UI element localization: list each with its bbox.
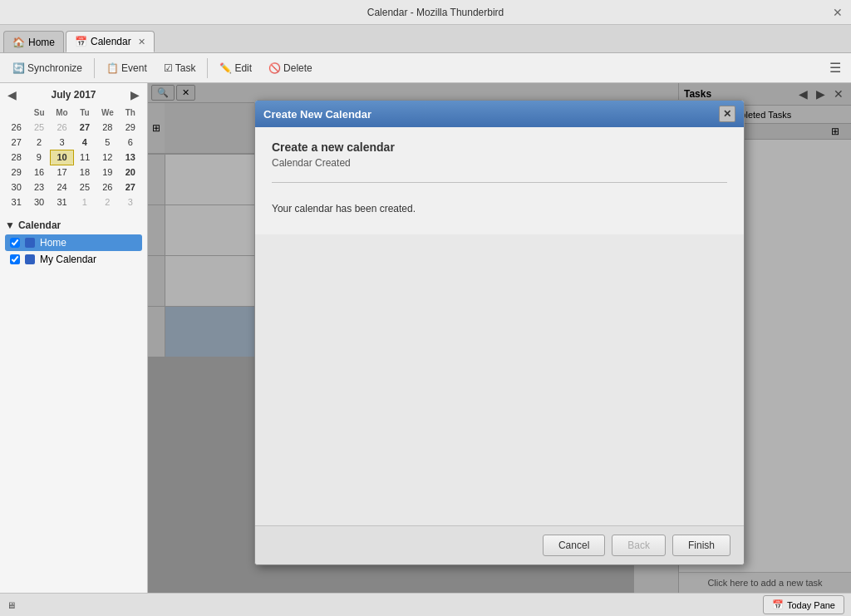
cancel-button[interactable]: Cancel [543,535,605,556]
week-header [5,105,27,120]
cal-day[interactable]: 11 [73,150,96,165]
toolbar-sep-1 [94,58,95,78]
finish-button[interactable]: Finish [672,535,730,556]
cal-day[interactable]: 23 [27,180,50,195]
cal-day[interactable]: 31 [51,195,73,209]
week-num: 26 [5,120,27,135]
week-num: 31 [5,195,27,209]
cal-day[interactable]: 24 [51,180,73,195]
mini-cal-next[interactable]: ▶ [128,88,142,101]
calendar-icon: 📅 [75,36,87,47]
modal-overlay: Create New Calendar ✕ Create a new calen… [148,83,851,593]
cal-day[interactable]: 25 [27,120,50,135]
modal-message: Your calendar has been created. [272,196,727,221]
sync-icon: 🔄 [12,62,25,74]
cal-day[interactable]: 16 [27,165,50,180]
modal-footer: Cancel Back Finish [255,525,744,564]
cal-day[interactable]: 18 [73,165,96,180]
calendar-item-home[interactable]: Home [5,234,142,251]
today-pane-label: Today Pane [787,600,835,610]
cal-day[interactable]: 29 [119,120,141,135]
cal-day[interactable]: 9 [27,150,50,165]
toolbar-sep-2 [207,58,208,78]
today-pane-button[interactable]: 📅 Today Pane [763,595,844,614]
menu-button[interactable]: ☰ [824,57,846,78]
today-pane-icon: 📅 [772,599,784,610]
cal-day[interactable]: 26 [51,120,73,135]
synchronize-button[interactable]: 🔄 Synchronize [5,59,90,77]
edit-button[interactable]: ✏️ Edit [212,59,259,77]
tab-calendar[interactable]: 📅 Calendar ✕ [66,31,155,52]
cal-day[interactable]: 5 [96,135,119,150]
calendar-section-header[interactable]: ▼ Calendar [5,219,142,231]
modal-close-button[interactable]: ✕ [719,106,735,122]
right-panel: 🔍 ✕ ⊞ [148,83,851,593]
modal-title-bar: Create New Calendar ✕ [255,101,744,127]
day-header-we: We [96,105,119,120]
modal-separator [272,182,727,183]
cal-day[interactable]: 28 [96,120,119,135]
home-icon: 🏠 [12,37,25,48]
calendar-section: ▼ Calendar Home My Calendar [0,214,147,593]
cal-day[interactable]: 3 [119,195,141,209]
day-header-tu: Tu [73,105,96,120]
week-num: 29 [5,165,27,180]
window-close-button[interactable]: ✕ [831,6,844,19]
modal-section-title: Create a new calendar [272,140,727,154]
modal-body [255,234,744,525]
modal-title: Create New Calendar [263,108,371,121]
cal-day[interactable]: 3 [51,135,73,150]
cal-day[interactable]: 2 [96,195,119,209]
cal-day[interactable]: 6 [119,135,141,150]
week-num: 27 [5,135,27,150]
cal-day[interactable]: 13 [119,150,141,165]
cal-day-today[interactable]: 10 [51,150,73,165]
cal-day[interactable]: 2 [27,135,50,150]
cal-day[interactable]: 30 [27,195,50,209]
cal-day[interactable]: 27 [73,120,96,135]
synchronize-label: Synchronize [27,62,82,74]
tab-home[interactable]: 🏠 Home [3,31,64,52]
cal-day[interactable]: 12 [96,150,119,165]
mini-cal-title: July 2017 [51,89,96,101]
edit-icon: ✏️ [219,62,232,74]
main-area: ◀ July 2017 ▶ Su Mo Tu We Th [0,83,851,593]
toolbar: 🔄 Synchronize 📋 Event ☑ Task ✏️ Edit 🚫 D… [0,53,851,83]
status-icon: 🖥 [7,600,16,610]
edit-label: Edit [234,62,252,74]
left-sidebar: ◀ July 2017 ▶ Su Mo Tu We Th [0,83,148,593]
back-button[interactable]: Back [612,535,666,556]
day-header-th: Th [119,105,141,120]
calendar-my-color [25,254,35,264]
delete-button[interactable]: 🚫 Delete [261,59,320,77]
mini-calendar: ◀ July 2017 ▶ Su Mo Tu We Th [0,83,147,214]
cal-day[interactable]: 26 [96,180,119,195]
calendar-item-my-calendar[interactable]: My Calendar [5,251,142,268]
cal-day[interactable]: 17 [51,165,73,180]
cal-day[interactable]: 4 [73,135,96,150]
event-icon: 📋 [106,62,119,74]
calendar-my-checkbox[interactable] [10,254,20,264]
mini-cal-grid: Su Mo Tu We Th 26 25 26 27 28 29 [5,105,142,209]
calendar-home-label: Home [40,237,66,249]
cal-day[interactable]: 19 [96,165,119,180]
modal-content: Create a new calendar Calendar Created Y… [255,127,744,234]
cal-day[interactable]: 20 [119,165,141,180]
mini-cal-prev[interactable]: ◀ [5,88,19,101]
chevron-down-icon: ▼ [5,219,15,231]
week-num: 30 [5,180,27,195]
cal-day[interactable]: 1 [73,195,96,209]
task-button[interactable]: ☑ Task [156,59,204,77]
tab-calendar-close[interactable]: ✕ [138,37,145,47]
cal-day[interactable]: 25 [73,180,96,195]
event-button[interactable]: 📋 Event [99,59,155,77]
title-bar-text: Calendar - Mozilla Thunderbird [40,7,831,18]
calendar-home-checkbox[interactable] [10,238,20,248]
day-header-su: Su [27,105,50,120]
modal-subtitle: Calendar Created [272,157,727,169]
event-label: Event [121,62,147,74]
delete-label: Delete [283,62,312,74]
cal-day[interactable]: 27 [119,180,141,195]
task-icon: ☑ [164,62,173,74]
calendar-home-color [25,238,35,248]
